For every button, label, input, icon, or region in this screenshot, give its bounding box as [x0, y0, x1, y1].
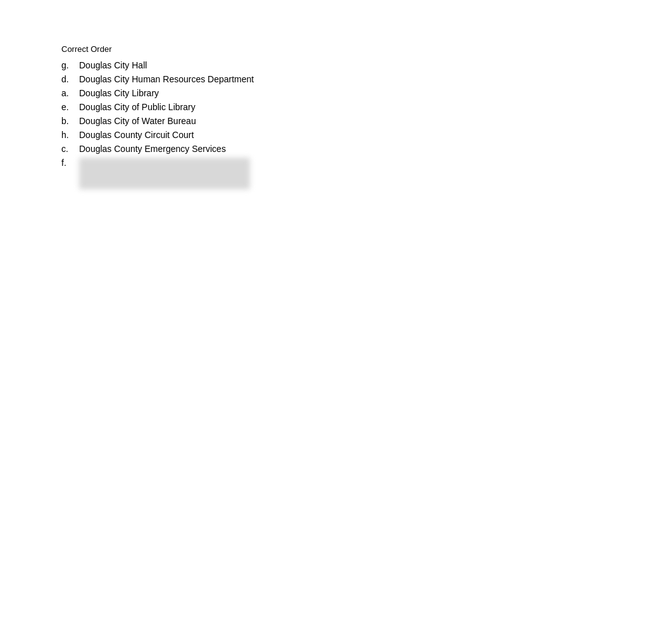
list-letter: d. — [61, 73, 79, 85]
main-content: Correct Order g. Douglas City Hall d. Do… — [0, 0, 672, 189]
list-item-blurred: f. — [61, 156, 672, 189]
list-letter: h. — [61, 129, 79, 141]
list-item-text: Douglas City of Water Bureau — [79, 115, 196, 127]
list-letter: f. — [61, 156, 79, 169]
list-item-text: Douglas City Human Resources Department — [79, 73, 254, 85]
list-letter: c. — [61, 142, 79, 155]
list-letter: e. — [61, 101, 79, 113]
list-item: g. Douglas City Hall — [61, 59, 672, 72]
list-item: a. Douglas City Library — [61, 87, 672, 99]
list-item-text: Douglas County Circuit Court — [79, 129, 194, 141]
ordered-list: g. Douglas City Hall d. Douglas City Hum… — [61, 59, 672, 189]
list-letter: a. — [61, 87, 79, 99]
list-letter: g. — [61, 59, 79, 72]
list-item: h. Douglas County Circuit Court — [61, 129, 672, 141]
list-item-text: Douglas County Emergency Services — [79, 142, 226, 155]
list-letter: b. — [61, 115, 79, 127]
list-item: b. Douglas City of Water Bureau — [61, 115, 672, 127]
list-item: c. Douglas County Emergency Services — [61, 142, 672, 155]
blurred-content — [79, 158, 250, 189]
list-item: e. Douglas City of Public Library — [61, 101, 672, 113]
list-item: d. Douglas City Human Resources Departme… — [61, 73, 672, 85]
section-title: Correct Order — [61, 44, 672, 54]
list-item-text: Douglas City Library — [79, 87, 159, 99]
list-item-text: Douglas City of Public Library — [79, 101, 196, 113]
list-item-text: Douglas City Hall — [79, 59, 147, 72]
